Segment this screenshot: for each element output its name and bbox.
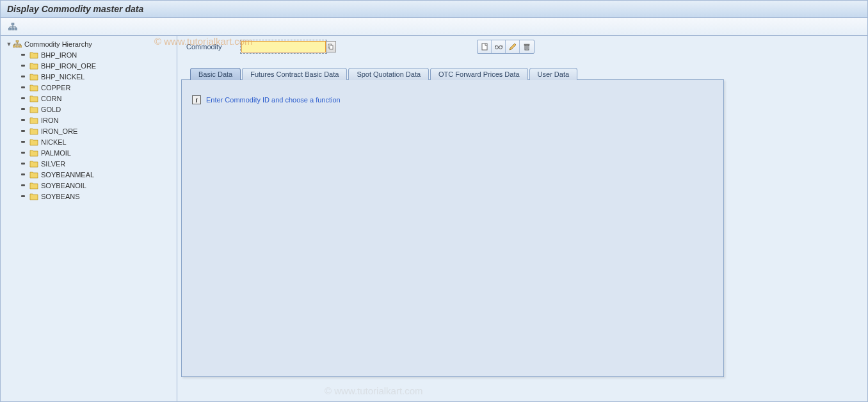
- tree-item-label: GOLD: [41, 106, 61, 113]
- bullet-icon: [21, 173, 25, 175]
- svg-rect-0: [12, 23, 14, 25]
- tab[interactable]: User Data: [529, 68, 578, 80]
- bullet-icon: [21, 54, 25, 56]
- commodity-input[interactable]: [241, 41, 326, 52]
- tree-item[interactable]: SOYBEANOIL: [1, 180, 177, 191]
- info-message: i Enter Commodity ID and choose a functi…: [192, 95, 713, 104]
- tree-item[interactable]: BHP_IRON_ORE: [1, 60, 177, 71]
- bullet-icon: [21, 130, 25, 132]
- bullet-icon: [21, 184, 25, 186]
- bullet-icon: [21, 195, 25, 197]
- svg-rect-14: [19, 45, 22, 47]
- search-help-icon: [328, 44, 334, 50]
- tree-item-label: CORN: [41, 95, 61, 102]
- tree-item[interactable]: GOLD: [1, 104, 177, 115]
- change-button[interactable]: [506, 40, 520, 53]
- svg-rect-9: [16, 40, 19, 42]
- folder-icon: [29, 127, 39, 135]
- folder-icon: [29, 171, 39, 179]
- delete-button[interactable]: [520, 40, 534, 53]
- tab[interactable]: Basic Data: [190, 68, 241, 80]
- tree-item-label: NICKEL: [41, 138, 67, 146]
- tree-root[interactable]: ▼ Commodity Hierarchy: [1, 38, 177, 49]
- svg-point-21: [499, 46, 502, 49]
- page-title: Display Commodity master data: [7, 4, 143, 14]
- svg-point-20: [495, 46, 498, 49]
- bullet-icon: [21, 108, 25, 110]
- commodity-label: Commodity: [186, 43, 241, 51]
- folder-icon: [29, 138, 39, 146]
- tree-item-label: SILVER: [41, 160, 65, 168]
- tree-item-label: SOYBEANOIL: [41, 182, 86, 189]
- tree-item[interactable]: BHP_IRON: [1, 49, 177, 60]
- bullet-icon: [21, 163, 25, 165]
- folder-icon: [29, 62, 39, 70]
- title-bar: Display Commodity master data: [1, 1, 867, 18]
- tree-item-label: BHP_NICKEL: [41, 73, 84, 81]
- application-toolbar: © www.tutorialkart.com: [1, 18, 867, 36]
- tab[interactable]: Futures Contract Basic Data: [242, 68, 347, 80]
- folder-icon: [29, 84, 39, 92]
- tree-item[interactable]: IRON: [1, 115, 177, 125]
- svg-rect-12: [13, 45, 15, 47]
- svg-line-23: [495, 45, 495, 47]
- tab[interactable]: Spot Quotation Data: [348, 68, 429, 80]
- bullet-icon: [21, 97, 25, 99]
- glasses-icon: [494, 42, 503, 51]
- tree-item-label: SOYBEANMEAL: [41, 171, 94, 179]
- info-icon: i: [192, 95, 201, 104]
- svg-rect-4: [12, 28, 14, 30]
- bullet-icon: [21, 119, 25, 121]
- pencil-icon: [508, 42, 517, 51]
- tree-item[interactable]: PALMOIL: [1, 147, 177, 158]
- folder-icon: [29, 149, 39, 157]
- tree-item[interactable]: COPPER: [1, 82, 177, 93]
- svg-line-24: [502, 45, 502, 47]
- tree-item-label: IRON_ORE: [41, 127, 77, 135]
- tree-item[interactable]: SOYBEANS: [1, 191, 177, 202]
- watermark-main: © www.tutorialkart.com: [325, 385, 423, 396]
- folder-icon: [29, 95, 39, 102]
- svg-rect-13: [16, 45, 19, 47]
- tree-item-label: BHP_IRON: [41, 51, 77, 59]
- display-button[interactable]: [492, 40, 506, 53]
- tab-strip: Basic DataFutures Contract Basic DataSpo…: [181, 65, 864, 79]
- svg-marker-25: [510, 44, 516, 50]
- action-button-group: [477, 40, 534, 54]
- structure-icon[interactable]: [7, 21, 19, 33]
- bullet-icon: [21, 65, 25, 67]
- tree-item[interactable]: NICKEL: [1, 136, 177, 147]
- content-area: Commodity: [177, 36, 867, 401]
- bullet-icon: [21, 86, 25, 88]
- search-help-button[interactable]: [326, 41, 336, 52]
- tree-item-label: IRON: [41, 117, 59, 124]
- hierarchy-icon: [12, 40, 22, 48]
- create-button[interactable]: [478, 40, 492, 53]
- bullet-icon: [21, 141, 25, 143]
- svg-rect-18: [330, 45, 333, 49]
- tree-item-label: COPPER: [41, 84, 70, 92]
- hierarchy-tree: ▼ Commodity Hierarchy BHP_IRONBHP_IRON_O…: [1, 36, 177, 401]
- bullet-icon: [21, 76, 25, 77]
- svg-rect-19: [482, 44, 487, 50]
- tree-item[interactable]: IRON_ORE: [1, 125, 177, 136]
- tree-item[interactable]: SOYBEANMEAL: [1, 169, 177, 180]
- document-icon: [480, 42, 489, 51]
- collapse-icon[interactable]: ▼: [6, 41, 12, 47]
- tree-item-label: BHP_IRON_ORE: [41, 62, 96, 70]
- svg-rect-26: [525, 45, 529, 50]
- tree-item[interactable]: CORN: [1, 93, 177, 104]
- tab[interactable]: OTC Forward Prices Data: [430, 68, 528, 80]
- folder-icon: [29, 160, 39, 168]
- folder-icon: [29, 51, 39, 59]
- tree-root-label: Commodity Hierarchy: [24, 40, 92, 48]
- trash-icon: [522, 42, 531, 51]
- svg-rect-27: [524, 44, 529, 45]
- tree-item[interactable]: SILVER: [1, 158, 177, 169]
- tree-item-label: PALMOIL: [41, 149, 71, 157]
- folder-icon: [29, 73, 39, 81]
- tab-panel: i Enter Commodity ID and choose a functi…: [181, 79, 724, 377]
- tree-item[interactable]: BHP_NICKEL: [1, 71, 177, 82]
- svg-rect-5: [15, 28, 17, 30]
- folder-icon: [29, 106, 39, 113]
